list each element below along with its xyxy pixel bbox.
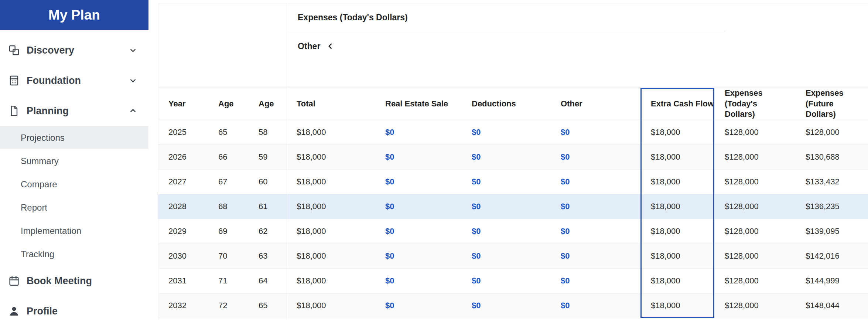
column-header-expenses-future-dollars[interactable]: Expenses (Future Dollars): [795, 88, 868, 120]
table-cell: $18,000: [286, 120, 375, 144]
table-cell: 2027: [158, 170, 208, 194]
cell-link[interactable]: $0: [385, 202, 394, 211]
column-header-other[interactable]: Other: [550, 88, 640, 120]
cell-link[interactable]: $0: [385, 301, 394, 310]
sub-item-label: Tracking: [21, 249, 54, 259]
planning-icon: [8, 105, 20, 117]
discovery-icon: [8, 44, 20, 56]
cell-link[interactable]: $0: [472, 227, 481, 236]
column-header-year[interactable]: Year: [158, 88, 208, 120]
table-row: 20296962$18,000$0$0$0$18,000$128,000$139…: [158, 219, 868, 244]
table-cell: $0: [550, 244, 640, 268]
cell-link[interactable]: $0: [385, 177, 394, 187]
table-cell: 70: [208, 244, 248, 268]
cell-link[interactable]: $0: [561, 177, 570, 187]
table-cell: $18,000: [286, 170, 375, 194]
table-cell: 65: [248, 293, 286, 318]
sidebar-item-book-meeting[interactable]: Book Meeting: [0, 266, 148, 296]
table-cell: $0: [550, 170, 640, 194]
column-header-total[interactable]: Total: [286, 88, 375, 120]
cell-link[interactable]: $0: [472, 177, 481, 187]
table-body: 20256558$18,000$0$0$0$18,000$128,000$128…: [158, 120, 868, 318]
table-cell: $128,000: [714, 170, 795, 194]
sidebar-item-profile[interactable]: Profile: [0, 296, 148, 320]
planning-submenu: Projections Summary Compare Report Imple…: [0, 126, 148, 266]
sub-item-label: Report: [21, 202, 47, 213]
table-row: 20307063$18,000$0$0$0$18,000$128,000$142…: [158, 244, 868, 269]
table-row: 20317164$18,000$0$0$0$18,000$128,000$144…: [158, 269, 868, 293]
sidebar-item-tracking[interactable]: Tracking: [0, 242, 148, 266]
cell-link[interactable]: $0: [472, 152, 481, 162]
sidebar-item-summary[interactable]: Summary: [0, 149, 148, 173]
sidebar-item-implementation[interactable]: Implementation: [0, 219, 148, 242]
column-header-real-estate-sale[interactable]: Real Estate Sale: [375, 88, 461, 120]
table-cell: $18,000: [640, 194, 714, 219]
cell-link[interactable]: $0: [561, 127, 570, 137]
cell-link[interactable]: $0: [385, 127, 394, 137]
sidebar: My Plan Discovery Foundation Planning Pr…: [0, 0, 148, 320]
table-cell: 71: [208, 269, 248, 293]
column-header-expenses-today-s-dollars[interactable]: Expenses (Today's Dollars): [714, 88, 795, 120]
table-cell: $133,432: [795, 170, 868, 194]
chevron-up-icon[interactable]: [128, 106, 138, 116]
cell-link[interactable]: $0: [561, 276, 570, 286]
table-cell: $0: [461, 293, 550, 318]
cell-link[interactable]: $0: [472, 202, 481, 211]
profile-icon: [8, 305, 20, 317]
cell-link[interactable]: $0: [472, 301, 481, 310]
sidebar-item-compare[interactable]: Compare: [0, 173, 148, 196]
table-cell: $0: [550, 120, 640, 144]
table-cell: $142,016: [795, 244, 868, 268]
table-cell: $0: [461, 244, 550, 268]
column-header-extra-cash-flow[interactable]: Extra Cash Flow: [640, 88, 714, 120]
cell-link[interactable]: $0: [385, 152, 394, 162]
column-header-age[interactable]: Age: [248, 88, 286, 120]
table-cell: 2025: [158, 120, 208, 144]
table-cell: 66: [208, 145, 248, 169]
table-cell: $0: [461, 170, 550, 194]
sidebar-item-label: Profile: [27, 306, 58, 317]
sidebar-item-planning[interactable]: Planning: [0, 96, 148, 126]
table-cell: $18,000: [286, 145, 375, 169]
cell-link[interactable]: $0: [561, 227, 570, 236]
table-cell: $18,000: [286, 244, 375, 268]
table-cell: 63: [248, 244, 286, 268]
column-header-age[interactable]: Age: [208, 88, 248, 120]
chevron-left-icon[interactable]: [325, 41, 335, 51]
column-header-label: Extra Cash Flow: [651, 99, 714, 109]
table-cell: $128,000: [714, 244, 795, 268]
table-cell: $0: [375, 145, 461, 169]
cell-link[interactable]: $0: [561, 152, 570, 162]
table-cell: $0: [550, 194, 640, 219]
cell-link[interactable]: $0: [385, 251, 394, 261]
sidebar-item-discovery[interactable]: Discovery: [0, 35, 148, 65]
table-cell: $144,999: [795, 269, 868, 293]
column-header-label: Age: [259, 99, 274, 109]
table-cell: $18,000: [286, 269, 375, 293]
table-cell: $18,000: [640, 170, 714, 194]
sidebar-item-foundation[interactable]: Foundation: [0, 65, 148, 96]
table-cell: $0: [550, 219, 640, 244]
cell-link[interactable]: $0: [561, 202, 570, 211]
table-cell: $130,688: [795, 145, 868, 169]
chevron-down-icon[interactable]: [128, 45, 138, 55]
sidebar-item-projections[interactable]: Projections: [0, 126, 148, 149]
column-header-label: Expenses (Today's Dollars): [725, 88, 769, 120]
table-cell: $0: [375, 194, 461, 219]
cell-link[interactable]: $0: [385, 227, 394, 236]
table-cell: 2030: [158, 244, 208, 268]
table-cell: $128,000: [714, 145, 795, 169]
column-header-deductions[interactable]: Deductions: [461, 88, 550, 120]
sidebar-item-label: Foundation: [27, 75, 81, 86]
cell-link[interactable]: $0: [561, 301, 570, 310]
main-content: Expenses (Today's Dollars) Other YearAge…: [158, 0, 868, 320]
cell-link[interactable]: $0: [385, 276, 394, 286]
cell-link[interactable]: $0: [472, 276, 481, 286]
table-cell: $0: [461, 145, 550, 169]
cell-link[interactable]: $0: [472, 251, 481, 261]
column-header-label: Other: [561, 99, 582, 109]
sidebar-item-report[interactable]: Report: [0, 196, 148, 219]
chevron-down-icon[interactable]: [128, 75, 138, 86]
cell-link[interactable]: $0: [472, 127, 481, 137]
cell-link[interactable]: $0: [561, 251, 570, 261]
